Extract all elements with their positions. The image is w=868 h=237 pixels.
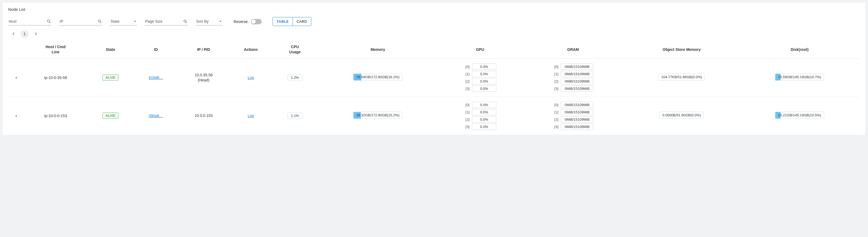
gpu-row: [1]:0.0%: [464, 109, 496, 115]
gram-row: [1]:0MiB/15109MiB: [553, 109, 593, 115]
gram-row: [3]:0MiB/15109MiB: [553, 86, 593, 92]
col-host: Host / Cmd Line: [24, 41, 87, 59]
pager-prev-button[interactable]: [10, 31, 17, 37]
gram-value: 0MiB/15109MiB: [561, 102, 593, 108]
reverse-switch[interactable]: [251, 19, 262, 24]
gram-cell: [0]:0MiB/15109MiB[1]:0MiB/15109MiB[2]:0M…: [522, 97, 624, 135]
gram-row: [2]:0MiB/15109MiB: [553, 78, 593, 84]
gpu-value: 0.0%: [472, 109, 496, 115]
page-size-label: Page Size: [145, 19, 183, 24]
gpu-value: 0.0%: [472, 116, 496, 123]
sort-by-label: Sort By: [196, 19, 219, 24]
id-cell: 616d8…: [134, 59, 178, 97]
pager-next-button[interactable]: [32, 31, 39, 37]
search-icon: [183, 19, 187, 24]
reverse-toggle-group: Reverse:: [234, 19, 262, 24]
svg-line-3: [100, 22, 101, 23]
gram-value: 0MiB/15109MiB: [561, 64, 593, 70]
gram-value: 0MiB/15109MiB: [561, 71, 593, 77]
col-actions: Actions: [229, 41, 272, 59]
actions-cell: Log: [229, 97, 272, 135]
host-cell: ip-10-0-0-153: [24, 97, 87, 135]
gpu-value: 0.0%: [472, 86, 496, 92]
node-id-link[interactable]: 616d8…: [149, 75, 163, 80]
memory-bar: 28.04GB/172.80GB(16.2%): [353, 74, 402, 80]
toolbar: Host IP State Page Size Sort By Reverse:…: [8, 17, 860, 26]
gpu-row: [1]:0.0%: [464, 71, 496, 77]
chevron-right-icon: [34, 32, 38, 36]
node-table: Host / Cmd Line State ID IP / PID Action…: [8, 41, 860, 135]
gpu-row: [0]:0.0%: [464, 64, 496, 70]
chevron-down-icon: [133, 20, 136, 23]
cpu-usage-value: 1.1%: [287, 112, 303, 119]
panel-title: Node List: [8, 7, 860, 12]
col-cpu: CPU Usage: [272, 41, 317, 59]
gpu-index-label: [1]:: [464, 110, 470, 114]
log-link[interactable]: Log: [248, 75, 254, 80]
obj-mem-bar-text: 0.0000B/51.80GB(0.0%): [660, 113, 704, 117]
gpu-row: [2]:0.0%: [464, 78, 496, 84]
node-id-link[interactable]: 390a6…: [149, 114, 163, 118]
gram-value: 0MiB/15109MiB: [561, 86, 593, 92]
gram-group: [0]:0MiB/15109MiB[1]:0MiB/15109MiB[2]:0M…: [525, 102, 621, 130]
gram-group: [0]:0MiB/15109MiB[1]:0MiB/15109MiB[2]:0M…: [525, 64, 621, 92]
gpu-index-label: [2]:: [464, 117, 470, 122]
pagination: 1: [10, 30, 860, 38]
table-header: Host / Cmd Line State ID IP / PID Action…: [8, 41, 860, 59]
gpu-value: 0.0%: [472, 64, 496, 70]
gram-row: [3]:0MiB/15109MiB: [553, 124, 593, 130]
host-filter-label: Host: [9, 19, 46, 24]
gpu-row: [3]:0.0%: [464, 124, 496, 130]
page-size-input[interactable]: Page Size: [145, 18, 188, 26]
gram-value: 0MiB/15109MiB: [561, 109, 593, 115]
memory-cell: 26.32GB/172.80GB(15.2%): [317, 97, 438, 135]
col-gram: GRAM: [522, 41, 624, 59]
state-cell: ALIVE: [87, 59, 134, 97]
ip-filter-input[interactable]: IP: [59, 18, 102, 26]
ip-filter-label: IP: [60, 19, 97, 24]
state-filter-select[interactable]: State: [110, 18, 137, 26]
gram-value: 0MiB/15109MiB: [561, 116, 593, 123]
col-obj-mem: Object Store Memory: [624, 41, 739, 59]
ip-pid-cell: 10.0.0.153: [178, 97, 229, 135]
gram-index-label: [2]:: [553, 117, 559, 122]
gpu-value: 0.0%: [472, 71, 496, 77]
state-badge: ALIVE: [102, 112, 118, 119]
obj-mem-bar: 0.0000B/51.80GB(0.0%): [659, 112, 704, 119]
view-card-button[interactable]: CARD: [292, 17, 311, 26]
gram-index-label: [0]:: [553, 65, 559, 69]
gpu-index-label: [2]:: [464, 79, 470, 83]
col-id: ID: [134, 41, 178, 59]
log-link[interactable]: Log: [248, 114, 254, 118]
view-table-button[interactable]: TABLE: [273, 17, 292, 26]
svg-point-0: [48, 20, 50, 22]
obj-mem-bar-text: 104.77KB/51.66GB(0.0%): [659, 75, 705, 79]
svg-line-1: [49, 22, 51, 23]
gpu-row: [2]:0.0%: [464, 116, 496, 123]
gpu-index-label: [0]:: [464, 65, 470, 69]
gpu-group: [0]:0.0%[1]:0.0%[2]:0.0%[3]:0.0%: [441, 102, 519, 130]
disk-bar-text: 15.59GB/145.19GB(10.7%): [775, 75, 824, 79]
svg-line-5: [186, 22, 187, 23]
gram-index-label: [1]:: [553, 110, 559, 114]
memory-cell: 28.04GB/172.80GB(16.2%): [317, 59, 438, 97]
host-filter-input[interactable]: Host: [8, 18, 52, 26]
gpu-value: 0.0%: [472, 102, 496, 108]
sort-by-select[interactable]: Sort By: [195, 18, 223, 26]
gpu-index-label: [3]:: [464, 125, 470, 129]
gram-index-label: [1]:: [553, 72, 559, 76]
actions-cell: Log: [229, 59, 272, 97]
state-filter-label: State: [111, 19, 133, 24]
gpu-cell: [0]:0.0%[1]:0.0%[2]:0.0%[3]:0.0%: [438, 59, 522, 97]
cpu-cell: 1.2%: [272, 59, 317, 97]
view-mode-toggle: TABLE CARD: [273, 17, 311, 26]
memory-bar: 26.32GB/172.80GB(15.2%): [353, 112, 402, 119]
disk-cell: 15.59GB/145.19GB(10.7%): [739, 59, 860, 97]
pager-page-1[interactable]: 1: [21, 30, 29, 38]
table-row: +ip-10-0-35-58ALIVE616d8…10.0.35.58(Head…: [8, 59, 860, 97]
expand-row-button[interactable]: +: [8, 97, 24, 135]
svg-point-2: [98, 20, 100, 22]
expand-row-button[interactable]: +: [8, 59, 24, 97]
gram-value: 0MiB/15109MiB: [561, 78, 593, 84]
col-memory: Memory: [317, 41, 438, 59]
